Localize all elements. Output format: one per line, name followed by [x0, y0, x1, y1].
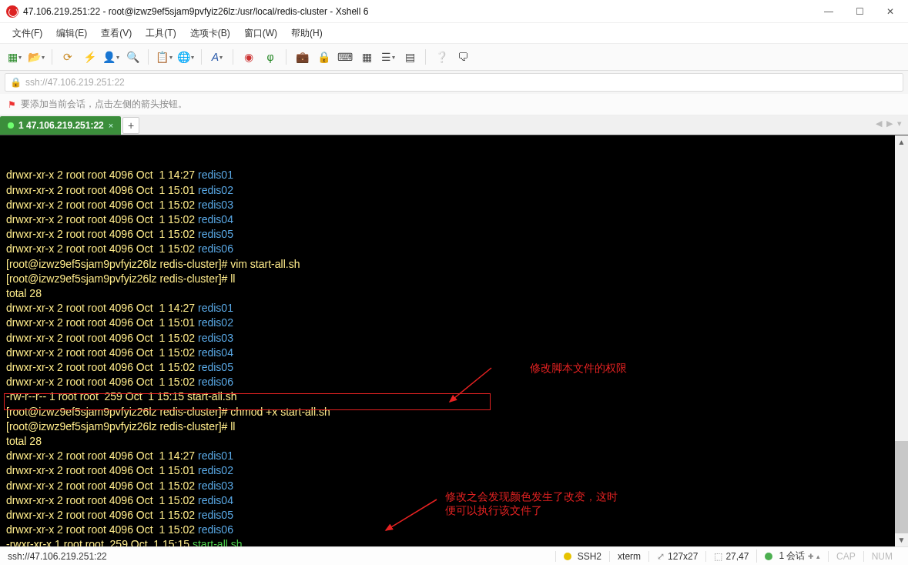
flag-icon: ⚑	[8, 99, 16, 110]
tab-next-icon[interactable]: ▶	[886, 119, 893, 129]
status-num: NUM	[863, 551, 900, 562]
hint-bar: ⚑ 要添加当前会话，点击左侧的箭头按钮。	[0, 94, 908, 115]
headers-icon[interactable]: ☰	[380, 48, 397, 65]
minimize-button[interactable]: —	[823, 6, 834, 17]
shell-icon[interactable]: ◉	[240, 48, 257, 65]
tab-nav: ◀ ▶ ▾	[876, 119, 902, 129]
menu-edit[interactable]: 编辑(E)	[56, 27, 87, 40]
speech-icon[interactable]: 🗨	[454, 48, 471, 65]
menu-file[interactable]: 文件(F)	[12, 27, 42, 40]
menu-window[interactable]: 窗口(W)	[244, 27, 277, 40]
status-term: xterm	[609, 551, 648, 562]
status-host: ssh://47.106.219.251:22	[8, 551, 107, 562]
globe-icon[interactable]: 🌐	[177, 48, 194, 65]
search-icon[interactable]: 🔍	[124, 48, 141, 65]
terminal[interactable]: drwxr-xr-x 2 root root 4096 Oct 1 14:27 …	[0, 135, 908, 546]
hint-text: 要添加当前会话，点击左侧的箭头按钮。	[21, 98, 187, 111]
status-ssh: SSH2	[555, 551, 609, 562]
menu-tabs[interactable]: 选项卡(B)	[190, 27, 230, 40]
status-dot-icon	[8, 122, 14, 129]
tab-menu-icon[interactable]: ▾	[897, 119, 902, 129]
reconnect-icon[interactable]: ⟳	[59, 48, 76, 65]
menu-bar: 文件(F) 编辑(E) 查看(V) 工具(T) 选项卡(B) 窗口(W) 帮助(…	[0, 23, 908, 43]
open-folder-icon[interactable]: 📂	[28, 48, 45, 65]
title-bar: 47.106.219.251:22 - root@izwz9ef5sjam9pv…	[0, 0, 908, 23]
window-title: 47.106.219.251:22 - root@izwz9ef5sjam9pv…	[23, 6, 823, 17]
address-input[interactable]: 🔒 ssh://47.106.219.251:22	[5, 73, 903, 92]
scroll-thumb[interactable]	[895, 441, 908, 533]
menu-tools[interactable]: 工具(T)	[146, 27, 176, 40]
font-icon[interactable]: A	[209, 48, 226, 65]
new-session-icon[interactable]: ▦	[6, 48, 23, 65]
maximize-button[interactable]: ☐	[854, 6, 865, 17]
lock-icon[interactable]: 🔒	[315, 48, 332, 65]
status-pos: ⬚27,47	[705, 551, 756, 562]
disconnect-icon[interactable]: ⚡	[81, 48, 98, 65]
keyboard-icon[interactable]: ⌨	[337, 48, 353, 65]
address-bar: 🔒 ssh://47.106.219.251:22	[0, 71, 908, 94]
address-text: ssh://47.106.219.251:22	[25, 77, 125, 88]
menu-help[interactable]: 帮助(H)	[291, 27, 323, 40]
toolbar: ▦ 📂 ⟳ ⚡ 👤 🔍 📋 🌐 A ◉ φ 💼 🔒 ⌨ ▦ ☰ ▤ ❔ 🗨	[0, 43, 908, 71]
briefcase-icon[interactable]: 💼	[293, 48, 310, 65]
scroll-down-icon[interactable]: ▼	[895, 533, 908, 546]
session-tab[interactable]: 1 47.106.219.251:22 ×	[0, 116, 121, 135]
grid-icon[interactable]: ▦	[358, 48, 375, 65]
panel-icon[interactable]: ▤	[401, 48, 418, 65]
tab-label: 1 47.106.219.251:22	[18, 120, 104, 131]
status-sessions: 1 会话 ✚ ▴	[756, 550, 828, 563]
padlock-icon: 🔒	[10, 77, 22, 88]
window-controls: — ☐ ✕	[823, 6, 896, 17]
close-button[interactable]: ✕	[885, 6, 896, 17]
status-dim: ⤢127x27	[648, 551, 705, 562]
app-icon	[6, 5, 18, 18]
help-icon[interactable]: ❔	[433, 48, 450, 65]
profile-icon[interactable]: 👤	[102, 48, 119, 65]
scroll-up-icon[interactable]: ▲	[895, 135, 908, 149]
copy-icon[interactable]: 📋	[156, 48, 173, 65]
menu-view[interactable]: 查看(V)	[101, 27, 132, 40]
status-caps: CAP	[828, 551, 863, 562]
tab-prev-icon[interactable]: ◀	[876, 119, 882, 129]
link-icon[interactable]: φ	[262, 48, 279, 65]
status-bar: ssh://47.106.219.251:22 SSH2 xterm ⤢127x…	[0, 546, 908, 565]
tab-strip: 1 47.106.219.251:22 × + ◀ ▶ ▾	[0, 115, 908, 135]
tab-close-icon[interactable]: ×	[109, 121, 113, 130]
scrollbar[interactable]: ▲ ▼	[895, 135, 908, 546]
add-tab-button[interactable]: +	[122, 117, 139, 134]
